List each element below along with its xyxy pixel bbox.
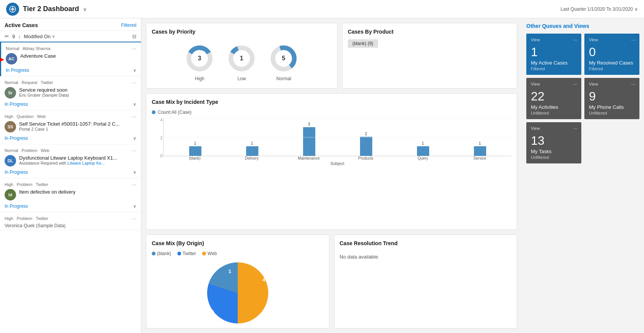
queue-number: 9 <box>589 89 635 103</box>
case-item[interactable]: High Question Web ··· SS Self Service Ti… <box>0 110 141 144</box>
case-title: Service required soon <box>19 87 69 93</box>
queue-dots-icon[interactable]: ··· <box>573 37 577 43</box>
queue-label: My Phone Calls <box>589 104 635 110</box>
queue-dots-icon[interactable]: ··· <box>573 125 577 131</box>
case-list: ▶ Normal Abhay Sharma ··· AC Adventure C… <box>0 42 141 333</box>
case-meta: High Question Web <box>5 114 129 119</box>
queue-number: 0 <box>589 45 635 59</box>
queue-grid: View ··· 1 My Active Cases Filtered View… <box>526 34 639 163</box>
top-chart-row: Cases by Priority 3 High <box>146 23 517 89</box>
case-item[interactable]: High Problem Twitter ··· Veronica Quek (… <box>0 212 141 230</box>
donut-high-label: High <box>195 76 204 81</box>
case-menu-dots[interactable]: ··· <box>132 215 136 221</box>
queue-view-label: View <box>589 37 635 42</box>
case-menu-dots[interactable]: ··· <box>132 113 136 120</box>
sort-desc-icon[interactable]: ↓ <box>18 33 21 39</box>
queue-card-tasks[interactable]: View ··· 13 My Tasks Unfiltered <box>526 122 581 163</box>
queue-sub: Unfiltered <box>531 155 577 160</box>
xlabel-maintenance: Maintenance <box>280 156 337 160</box>
legend-label: Count:All (Case) <box>158 110 191 115</box>
filter-icon[interactable]: ⊟ <box>132 34 136 39</box>
bar-value: 3 <box>308 122 310 126</box>
queue-dots-icon[interactable]: ··· <box>631 81 636 87</box>
queue-label: My Activities <box>531 104 577 110</box>
y-axis: 4 2 0 <box>152 118 162 158</box>
legend-twitter: Twitter <box>177 251 196 256</box>
case-menu-dots[interactable]: ··· <box>132 45 136 52</box>
queue-dots-icon[interactable]: ··· <box>631 37 636 43</box>
case-mix-incident-title: Case Mix by Incident Type <box>152 99 511 105</box>
xlabel-delivery: Delivery <box>223 156 280 160</box>
right-panel: Other Queues and Views View ··· 1 My Act… <box>522 18 644 333</box>
edit-icon[interactable]: ✏ <box>5 33 9 39</box>
sort-label[interactable]: Modified On ∨ <box>24 34 55 39</box>
toolbar: ✏ 9 ↓ Modified On ∨ ⊟ <box>0 31 141 42</box>
bar-delivery <box>246 146 258 156</box>
donut-low-svg: 1 <box>226 43 257 74</box>
queue-label: My Resolved Cases <box>589 60 635 66</box>
case-item[interactable]: Normal Problem Web ··· DL Dysfunctional … <box>0 144 141 178</box>
sort-chevron-icon[interactable]: ∨ <box>52 34 55 39</box>
left-panel: Active Cases Filtered ✏ 9 ↓ Modified On … <box>0 18 141 333</box>
expand-icon[interactable]: ∨ <box>133 136 136 141</box>
queue-label: My Active Cases <box>531 60 577 66</box>
queue-card-resolved-cases[interactable]: View ··· 0 My Resolved Cases Filtered <box>584 34 639 75</box>
queue-dots-icon[interactable]: ··· <box>573 81 577 87</box>
bar-value: 2 <box>365 132 367 136</box>
case-resolution-card: Case Resolution Trend No data available. <box>334 234 517 328</box>
app-icon <box>6 3 19 16</box>
svg-text:3: 3 <box>198 55 201 61</box>
bar-value: 1 <box>251 141 253 145</box>
queue-view-label: View <box>589 82 635 86</box>
case-item-header: High Question Web ··· <box>0 110 141 121</box>
xlabel-products: Products <box>337 156 394 160</box>
case-avatar: Id <box>5 189 16 200</box>
blank-dot <box>152 252 156 255</box>
case-menu-dots[interactable]: ··· <box>132 147 136 154</box>
case-item[interactable]: ▶ Normal Abhay Sharma ··· AC Adventure C… <box>0 42 141 76</box>
case-status-row: In Progress ∨ <box>0 100 141 110</box>
case-item-header: Normal Abhay Sharma ··· <box>1 42 141 53</box>
case-meta: Normal Request Twitter <box>5 80 129 85</box>
case-item[interactable]: Normal Request Twitter ··· Sr Service re… <box>0 76 141 110</box>
pie-labels: 5 4 1 <box>207 262 268 323</box>
web-dot <box>202 252 206 255</box>
queue-card-activities[interactable]: View ··· 22 My Activities Unfiltered <box>526 78 581 119</box>
cases-by-product-card: Cases By Product (blank) (9) <box>342 23 517 89</box>
expand-icon[interactable]: ∨ <box>133 68 136 73</box>
donut-normal-svg: 5 <box>268 43 299 74</box>
bar-value: 1 <box>422 141 424 145</box>
queue-number: 22 <box>531 89 577 103</box>
expand-icon[interactable]: ∨ <box>133 204 136 209</box>
case-menu-dots[interactable]: ··· <box>132 79 136 86</box>
blank-legend-label: (blank) <box>157 251 171 256</box>
cases-by-priority-card: Cases by Priority 3 High <box>146 23 337 89</box>
queue-number: 1 <box>531 45 577 59</box>
queue-card-phone-calls[interactable]: View ··· 9 My Phone Calls Unfiltered <box>584 78 639 119</box>
date-range: Last Quarter 1/1/2020 To 3/31/2020 ∨ <box>561 6 638 12</box>
bar-group-maintenance: 3 <box>281 122 337 156</box>
title-chevron-icon[interactable]: ∨ <box>83 6 87 12</box>
case-status-row: In Progress ∨ <box>0 168 141 178</box>
bar-group-products: 2 <box>337 132 394 156</box>
case-status: In Progress <box>5 136 28 141</box>
case-status-row: In Progress ∨ <box>0 134 141 144</box>
donut-row: 3 High 1 Low <box>152 39 332 83</box>
case-resolution-title: Case Resolution Trend <box>340 240 512 246</box>
bar-query <box>417 146 429 156</box>
expand-icon[interactable]: ∨ <box>133 170 136 175</box>
case-item-header: Normal Problem Web ··· <box>0 144 141 155</box>
svg-text:5: 5 <box>282 55 286 61</box>
no-data-text: No data available. <box>340 254 512 260</box>
case-footer: Veronica Quek (Sample Data) <box>0 223 141 230</box>
queue-sub: Unfiltered <box>589 111 635 115</box>
queue-card-active-cases[interactable]: View ··· 1 My Active Cases Filtered <box>526 34 581 75</box>
case-item[interactable]: High Problem Twitter ··· Id Item defecti… <box>0 178 141 212</box>
date-chevron-icon[interactable]: ∨ <box>634 6 638 12</box>
donut-high: 3 High <box>184 43 215 81</box>
expand-icon[interactable]: ∨ <box>133 102 136 107</box>
case-title: Item defective on delivery <box>19 189 75 195</box>
case-meta: High Problem Twitter <box>5 182 129 187</box>
blank-badge: (blank) (9) <box>348 39 511 48</box>
case-menu-dots[interactable]: ··· <box>132 181 136 188</box>
